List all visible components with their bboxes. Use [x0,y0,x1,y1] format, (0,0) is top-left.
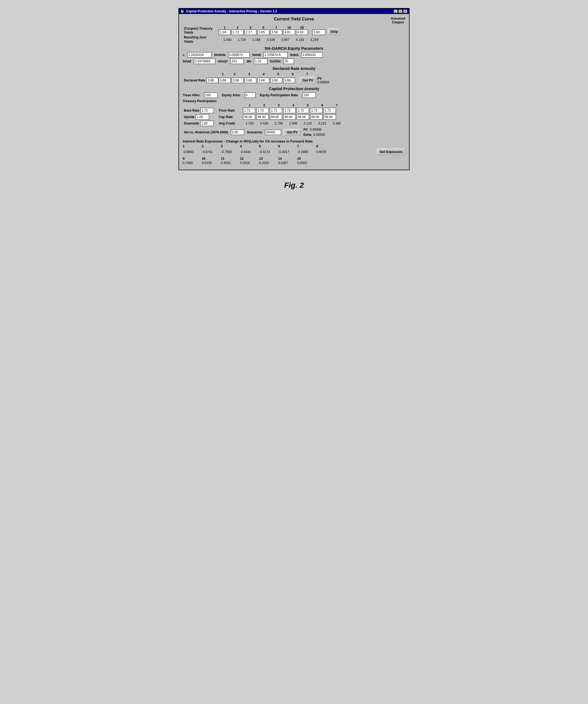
dr-input-1[interactable] [219,78,231,83]
c-input[interactable] [187,52,211,58]
floor-rate-1[interactable] [243,108,255,113]
dr-col-header-5: 5 [277,72,279,76]
close-button[interactable]: ✕ [403,9,407,13]
garch-section: NA-GARCH Equity Parameters c lambda beta… [183,46,405,64]
yield-input-20[interactable] [296,30,308,35]
title-bar-left: 🔰 Capital Protection Annuity - Interacti… [181,9,277,13]
lambda-input[interactable] [228,52,250,58]
minimize-button[interactable]: _ [393,9,398,13]
beta0-input[interactable] [263,52,287,58]
assumed-coupon-input[interactable] [312,30,326,35]
avg-credit-7: 3.380 [330,122,343,125]
yield-input-10[interactable] [283,30,295,35]
exp-val-13: 0.2020 [259,161,274,165]
dr-input-2[interactable] [232,78,244,83]
yield-input-5[interactable] [257,30,269,35]
exposure-section: Interest Rate Exposures - Change in MV(L… [183,139,405,165]
cap-rate-7[interactable] [324,114,336,120]
tp-col-7: 7 [330,104,343,107]
dr-input-4[interactable] [257,78,269,83]
downside-input[interactable] [200,121,214,126]
floor-rate-7[interactable] [324,108,336,113]
cap-rate-6[interactable] [310,114,323,120]
base-rate-input[interactable] [200,108,214,113]
yield-curve-title: Current Yield Curve [183,17,405,21]
vol-input[interactable] [231,130,244,135]
c-label: c [183,53,185,57]
exp-col-12: 12 [240,157,255,161]
exp-col-13: 13 [259,157,274,161]
declared-title: Declared Rate Annuity [183,66,405,71]
declared-rate-label: Declared Rate [184,78,205,82]
cap-rate-3[interactable] [270,114,282,120]
equity-alloc-label: Equity Alloc [222,93,241,97]
col-header-2: 2 [237,26,239,30]
beta2-input[interactable] [194,59,215,64]
instvol-input[interactable] [283,59,294,64]
upside-label: Upside [184,115,195,119]
exp-val-5: -0.5174 [259,150,274,154]
exp-col-5: 5 [259,144,274,148]
garch-title: NA-GARCH Equity Parameters [183,46,405,51]
beta0-label: beta0 [252,53,261,57]
dr-col-header-6: 6 [292,72,294,76]
exp-val-4: -0.6342 [240,150,255,154]
get-exposures-button[interactable]: Get Exposures [377,149,405,155]
dr-input-6[interactable] [283,78,295,83]
floor-rate-2[interactable] [256,108,269,113]
obsyr-input[interactable] [230,59,244,64]
scenarios-input[interactable] [265,130,281,135]
beta1-input[interactable] [301,52,323,58]
cpa-pv-value: 0.99908 [310,128,321,131]
upside-input[interactable] [196,114,209,120]
avg-credit-1: 1.720 [243,122,256,125]
equity-alloc-input[interactable] [245,93,256,98]
tp-col-3: 3 [272,104,285,107]
strip-button[interactable]: Strip [328,28,340,35]
dr-input-3[interactable] [245,78,256,83]
exp-val-2: -0.8741 [202,150,216,154]
cap-rate-label: Cap Rate [219,115,233,119]
exp-val-12: 0.3319 [240,161,255,165]
zero-val-1: 1.340 [221,38,233,42]
zero-val-7: 3.667 [279,38,291,42]
floor-rate-3[interactable] [270,108,282,113]
treas-alloc-input[interactable] [204,93,218,98]
exp-col-10: 10 [202,157,216,161]
zero-yields-label: Yields [184,40,193,44]
cap-rate-1[interactable] [243,114,255,120]
exp-val-14: 0.0387 [278,161,293,165]
floor-rate-5[interactable] [297,108,309,113]
equity-participation-input[interactable] [302,93,316,98]
exp-val-10: 0.6339 [202,161,216,165]
title-bar-buttons: _ □ ✕ [393,9,407,13]
exp-val-9: 0.7469 [183,161,198,165]
zero-val-5: 3.106 [265,38,277,42]
cpa-get-pv-button[interactable]: Get PV [284,129,301,135]
yield-input-3[interactable] [245,30,256,35]
obsyr-label: obs/yr [218,59,227,63]
exp-val-7: -0.2889 [297,150,312,154]
lambda-label: lambda [214,53,225,57]
exp-val-11: 0.4552 [221,161,236,165]
tp-col-4: 4 [286,104,300,107]
cap-rate-5[interactable] [297,114,309,120]
dr-input-5[interactable] [270,78,282,83]
dr-col-header-3: 3 [248,72,250,76]
avg-credit-4: 2.998 [286,122,300,125]
cap-rate-4[interactable] [283,114,296,120]
yield-input-1[interactable] [219,30,231,35]
coupon-treasury-label: (Coupon) Treasury [184,26,212,31]
declared-rate-input-0[interactable] [206,78,218,83]
zero-val-2: 1.726 [236,38,248,42]
div-input[interactable] [254,59,267,64]
declared-get-pv-button[interactable]: Get PV [300,77,316,83]
floor-rate-4[interactable] [283,108,296,113]
cap-rate-2[interactable] [256,114,269,120]
exp-col-9: 9 [183,157,198,161]
yield-input-2[interactable] [232,30,244,35]
main-window: 🔰 Capital Protection Annuity - Interacti… [179,8,409,170]
maximize-button[interactable]: □ [398,9,403,13]
yield-input-7[interactable] [270,30,282,35]
floor-rate-6[interactable] [310,108,323,113]
